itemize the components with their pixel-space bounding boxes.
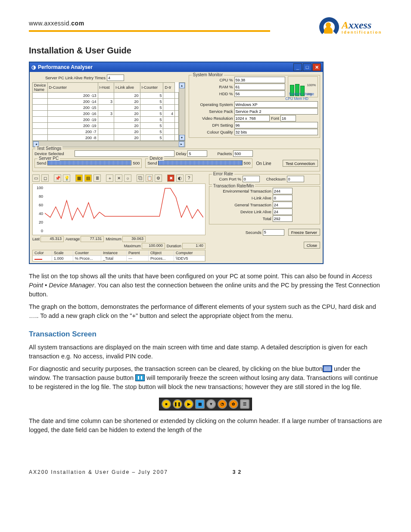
vr-value (234, 115, 270, 121)
table-header[interactable]: Device Name (33, 83, 48, 93)
pin-icon[interactable]: 📌 (54, 174, 61, 182)
help-icon[interactable]: ? (185, 174, 193, 182)
strip-clock-icon[interactable]: ◔ (218, 399, 227, 409)
window-title: Performance Analyser (38, 64, 93, 70)
maximize-button[interactable]: □ (303, 63, 311, 71)
table-row[interactable]: 200 -19205 (33, 117, 179, 123)
serverpc-progress (47, 160, 131, 165)
strip-misc-icon[interactable]: ☰ (240, 399, 249, 409)
strip-down-icon[interactable]: ▼ (206, 399, 216, 409)
dpi-value (234, 122, 318, 128)
dla-value (273, 208, 293, 215)
table-header[interactable]: D-Counter (47, 83, 98, 93)
scroll-right-icon[interactable]: ▸ (179, 141, 184, 147)
ram-label: RAM % (191, 84, 233, 89)
paste-icon[interactable]: 📋 (146, 174, 153, 182)
cq-value (234, 129, 318, 135)
comport-value (243, 176, 260, 182)
highlight-icon[interactable]: ☼ (124, 174, 131, 182)
copy-icon[interactable]: ⿻ (137, 174, 144, 182)
table-row[interactable]: 200 -19205 (33, 123, 179, 129)
table-header[interactable]: I-Counter (140, 83, 163, 93)
packets-input[interactable] (233, 150, 253, 157)
scroll-up-icon[interactable]: ▴ (179, 83, 185, 88)
table-row[interactable]: 200 -15205 (33, 105, 179, 111)
gt-value (273, 202, 293, 208)
os-value (234, 101, 318, 108)
cpu-label: CPU % (191, 78, 233, 82)
legend-header[interactable]: Object (149, 250, 174, 255)
dla-label: Device Link Alive (211, 209, 271, 214)
total-label: Total (211, 216, 271, 221)
legend-header[interactable]: Scale (52, 250, 73, 255)
device-progress (158, 160, 242, 165)
table-header[interactable]: I-Host (98, 83, 114, 93)
delay-input[interactable] (187, 150, 207, 157)
stat-dur-label: Duration (167, 244, 181, 248)
hdd-label: HDD % (191, 91, 233, 96)
checksum-label: Checksum (266, 177, 286, 181)
close-window-button[interactable]: Close (304, 242, 320, 249)
freeze-server-button[interactable]: Freeze Server (288, 229, 320, 236)
page-title: Installation & User Guide (29, 46, 382, 56)
tool-icon[interactable]: ▦ (75, 174, 83, 182)
paragraph: For diagnostic and security purposes, th… (29, 364, 382, 392)
lightbulb-icon[interactable]: 💡 (63, 174, 70, 182)
vertical-scrollbar[interactable]: ▴ ▾ (179, 82, 185, 141)
scroll-down-icon[interactable]: ▾ (179, 135, 185, 140)
total-value (273, 215, 293, 222)
stat-max-value: 100.000 (142, 243, 165, 249)
add-icon[interactable]: ＋ (106, 174, 113, 182)
strip-play-icon[interactable]: ▶ (184, 399, 193, 409)
font-label: Font (271, 116, 279, 121)
header-rule (29, 30, 270, 32)
strip-gear-icon[interactable]: ✿ (229, 399, 238, 409)
table-header[interactable]: I-Link alive (114, 83, 140, 93)
env-label: Environmental Transaction (211, 189, 271, 193)
cpu-value (234, 77, 285, 83)
stop-icon[interactable]: ✖ (167, 174, 174, 182)
seconds-input[interactable] (263, 229, 284, 236)
test-settings-legend: Test Settings (35, 146, 62, 151)
close-button[interactable]: ✕ (312, 63, 321, 71)
seconds-label: Seconds (246, 230, 262, 235)
legend-header[interactable]: Parent (127, 250, 149, 255)
paragraph: All system transactions are displayed on… (29, 343, 382, 361)
paragraph: The graph on the bottom, demonstrates th… (29, 302, 382, 320)
table-row[interactable]: 200 -1632054 (33, 111, 179, 117)
retry-input[interactable] (107, 75, 124, 81)
table-row[interactable]: 200 -8205 (33, 135, 179, 141)
table-row[interactable]: 200 -143205 (33, 99, 179, 105)
hdd-value (234, 90, 285, 97)
transaction-button-strip: ■ ❚❚ ▶ ▦ ▼ ◔ ✿ ☰ (159, 398, 252, 411)
table-header[interactable]: D-tr (163, 83, 175, 93)
legend-header[interactable]: Counter (73, 250, 101, 255)
test-connection-button[interactable]: Test Connection (283, 160, 318, 167)
legend-header[interactable]: Instance (101, 250, 127, 255)
packets-label: Packets (217, 151, 232, 156)
strip-grid-icon[interactable]: ▦ (195, 399, 205, 409)
minimize-button[interactable]: _ (293, 63, 302, 71)
legend-header[interactable]: Color (33, 250, 52, 255)
checksum-value (287, 176, 304, 182)
retry-label: Server PC Link Alive Retry Times (45, 75, 106, 80)
remove-icon[interactable]: ✕ (115, 174, 122, 182)
tool-icon[interactable]: ▤ (84, 174, 92, 182)
properties-icon[interactable]: ⚙ (155, 174, 162, 182)
stat-max-label: Maximum (124, 244, 141, 248)
strip-pause-icon[interactable]: ❚❚ (173, 399, 182, 409)
tool-icon[interactable]: ◐ (176, 174, 184, 182)
section-heading: Transaction Screen (29, 330, 382, 339)
table-row[interactable]: 200 -7205 (33, 129, 179, 135)
table-row[interactable]: 200 -13205 (33, 93, 179, 99)
tool-icon[interactable]: ◻ (41, 174, 49, 182)
graph-legend-table: ColorScaleCounterInstanceParentObjectCom… (32, 250, 206, 261)
legend-header[interactable]: Computer (174, 250, 205, 255)
color-swatch (34, 259, 42, 260)
tool-icon[interactable]: ▭ (32, 174, 40, 182)
sysmon-legend: System Monitor (192, 72, 224, 77)
performance-graph: 100806040200 (32, 184, 206, 235)
tool-icon[interactable]: ≣ (93, 174, 101, 182)
device-selected-label: Device Selected (34, 151, 73, 156)
strip-stop-icon[interactable]: ■ (162, 399, 171, 409)
